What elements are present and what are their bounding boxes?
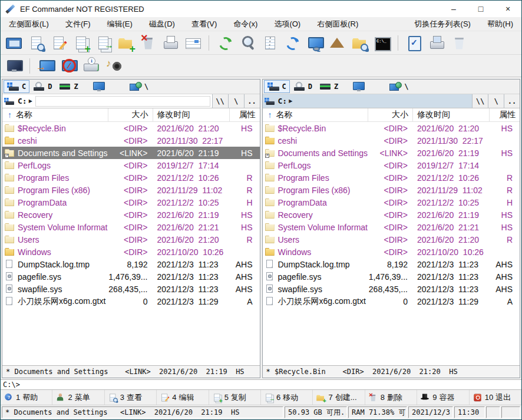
file-row[interactable]: swapfile.sys 268,435,... 2021/12/3 11:23…: [2, 283, 260, 295]
email-icon[interactable]: [181, 33, 204, 53]
column-header-time[interactable]: 修改时间: [412, 108, 489, 121]
drive-c-button[interactable]: C: [264, 80, 290, 93]
column-header-size[interactable]: 大小: [108, 108, 153, 121]
file-row[interactable]: DumpStack.log.tmp 8,192 2021/12/3 11:23 …: [2, 258, 260, 270]
fkey-8-delete[interactable]: 8 删除: [365, 390, 417, 405]
file-row[interactable]: Windows <DIR> 2021/10/20 10:26: [263, 246, 520, 258]
file-row[interactable]: DumpStack.log.tmp 8,192 2021/12/3 11:23 …: [263, 258, 520, 270]
file-row[interactable]: ceshi <DIR> 2021/11/30 22:17: [263, 134, 520, 147]
close-button[interactable]: ×: [494, 1, 521, 17]
path-nav-button[interactable]: \\: [212, 94, 228, 108]
file-row[interactable]: swapfile.sys 268,435,... 2021/12/3 11:23…: [263, 283, 520, 295]
path-arrow-icon[interactable]: ▶: [29, 98, 32, 104]
drive-info-icon[interactable]: [80, 56, 102, 76]
fkey-5-copy[interactable]: 5 复制: [209, 390, 261, 405]
panel-manager-icon[interactable]: [2, 33, 25, 53]
fkey-2-menu[interactable]: 2 菜单: [52, 390, 104, 405]
edit-file-icon[interactable]: [47, 33, 70, 53]
path-input[interactable]: [295, 96, 470, 107]
drive-d-button[interactable]: D: [29, 80, 55, 93]
file-row[interactable]: System Volume Informati... <DIR> 2021/6/…: [263, 221, 520, 233]
file-row[interactable]: Documents and Settings <LINK> 2021/6/20 …: [2, 147, 260, 159]
file-row[interactable]: ProgramData <DIR> 2021/12/2 10:25 H: [2, 196, 260, 209]
file-row[interactable]: ProgramData <DIR> 2021/12/2 10:25 H: [263, 196, 520, 209]
menu-item[interactable]: 左侧面板(L): [1, 17, 57, 31]
drive-z-button[interactable]: Z: [55, 80, 81, 93]
file-row[interactable]: Program Files <DIR> 2021/12/2 10:26 R: [2, 171, 260, 184]
column-header-size[interactable]: 大小: [368, 108, 412, 121]
menu-item[interactable]: 查看(V): [183, 17, 225, 31]
network-root-button[interactable]: \: [386, 80, 412, 93]
path-nav-button[interactable]: \: [488, 94, 504, 108]
file-row[interactable]: Program Files <DIR> 2021/12/2 10:26 R: [263, 171, 520, 184]
path-nav-button[interactable]: ..: [504, 94, 520, 108]
desktop-button[interactable]: [349, 80, 371, 93]
column-header-time[interactable]: 修改时间: [153, 108, 229, 121]
print-icon[interactable]: [159, 33, 181, 53]
menu-item[interactable]: 切换任务列表(S): [407, 17, 479, 31]
maximize-button[interactable]: □: [467, 1, 494, 17]
computer-icon[interactable]: [2, 56, 25, 76]
path-arrow-icon[interactable]: ▶: [289, 98, 292, 104]
column-header-attr[interactable]: 属性: [489, 108, 520, 121]
search-icon[interactable]: [236, 33, 259, 53]
fkey-9-container[interactable]: 9 容器: [417, 390, 469, 405]
file-row[interactable]: System Volume Informati... <DIR> 2021/6/…: [2, 221, 260, 233]
checklist-edit-icon[interactable]: [403, 33, 425, 53]
print-screen-icon[interactable]: [425, 33, 448, 53]
file-row[interactable]: Recovery <DIR> 2021/6/20 21:19 HS: [2, 209, 260, 221]
file-row[interactable]: Program Files (x86) <DIR> 2021/11/29 11:…: [2, 184, 260, 196]
path-input[interactable]: [35, 96, 210, 107]
view-file-icon[interactable]: [25, 33, 47, 53]
sounds-icon[interactable]: [102, 56, 124, 76]
file-row[interactable]: $Recycle.Bin <DIR> 2021/6/20 21:20 HS: [2, 122, 260, 134]
sync-icon[interactable]: [281, 33, 303, 53]
file-row[interactable]: Documents and Settings <LINK> 2021/6/20 …: [263, 147, 520, 159]
file-row[interactable]: Users <DIR> 2021/6/20 21:20 R: [2, 233, 260, 246]
network-root-button[interactable]: \: [126, 80, 152, 93]
drive-d-button[interactable]: D: [290, 80, 316, 93]
column-header-name[interactable]: ↑ 名称: [263, 108, 368, 121]
file-row[interactable]: PerfLogs <DIR> 2019/12/7 17:14: [263, 159, 520, 171]
file-row[interactable]: 小刀娱乐网x6g.com.gtxt 0 2021/12/3 11:29 A: [2, 295, 260, 307]
archive-pyramid-icon[interactable]: [326, 33, 348, 53]
compare-files-icon[interactable]: [259, 33, 281, 53]
search-folder-icon[interactable]: [348, 33, 371, 53]
file-row[interactable]: pagefile.sys 1,476,39... 2021/12/3 11:23…: [263, 270, 520, 283]
fkey-10-exit[interactable]: 10 退出: [470, 390, 521, 405]
fkey-6-move[interactable]: 6 移动: [261, 390, 313, 405]
column-header-name[interactable]: ↑ 名称: [2, 108, 108, 121]
terminal-icon[interactable]: [371, 33, 393, 53]
recycle-bin-icon[interactable]: [448, 33, 470, 53]
file-row[interactable]: Program Files (x86) <DIR> 2021/11/29 11:…: [263, 184, 520, 196]
file-row[interactable]: $Recycle.Bin <DIR> 2021/6/20 21:20 HS: [263, 122, 520, 134]
move-icon[interactable]: [92, 33, 114, 53]
minimize-button[interactable]: –: [440, 1, 467, 17]
disconnect-network-drive-icon[interactable]: [57, 56, 80, 76]
file-row[interactable]: Windows <DIR> 2021/10/20 10:26: [2, 246, 260, 258]
file-row[interactable]: Recovery <DIR> 2021/6/20 21:19 HS: [263, 209, 520, 221]
desktop-button[interactable]: [89, 80, 111, 93]
menu-item[interactable]: 磁盘(D): [141, 17, 183, 31]
new-folder-icon[interactable]: [114, 33, 137, 53]
fkey-7-create[interactable]: 7 创建...: [313, 390, 365, 405]
path-nav-button[interactable]: \: [228, 94, 244, 108]
fkey-1-help[interactable]: 1 帮助: [1, 390, 52, 405]
fkey-3-view[interactable]: 3 查看: [105, 390, 157, 405]
map-network-drive-icon[interactable]: [35, 56, 57, 76]
menu-item[interactable]: 选项(O): [266, 17, 309, 31]
path-nav-button[interactable]: \\: [472, 94, 488, 108]
column-header-attr[interactable]: 属性: [229, 108, 260, 121]
menu-item[interactable]: 文件(F): [57, 17, 99, 31]
menu-item[interactable]: 编辑(E): [99, 17, 141, 31]
file-row[interactable]: ceshi <DIR> 2021/11/30 22:17: [2, 134, 260, 147]
copy-icon[interactable]: [70, 33, 92, 53]
fkey-4-edit[interactable]: 4 编辑: [157, 390, 209, 405]
search-computer-icon[interactable]: [303, 33, 326, 53]
menu-item[interactable]: 命令(x): [225, 17, 266, 31]
drive-z-button[interactable]: Z: [316, 80, 342, 93]
menu-item[interactable]: 右侧面板(R): [309, 17, 366, 31]
file-row[interactable]: PerfLogs <DIR> 2019/12/7 17:14: [2, 159, 260, 171]
drive-c-button[interactable]: C: [4, 80, 29, 93]
menu-item[interactable]: 帮助(H): [479, 17, 521, 31]
